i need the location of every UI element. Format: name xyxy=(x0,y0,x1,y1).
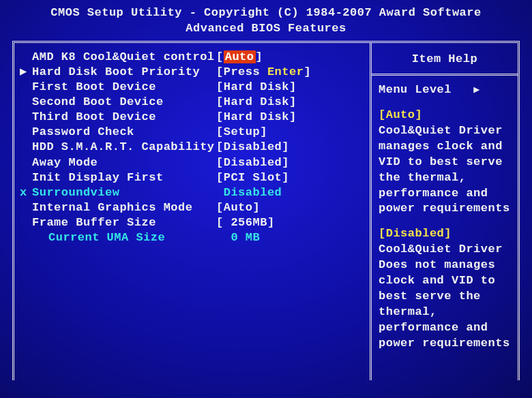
row-marker xyxy=(20,80,32,95)
setting-row: xSurroundview Disabled xyxy=(20,185,366,200)
value-text: Disabled xyxy=(224,140,282,153)
value-text: Disabled xyxy=(224,156,282,169)
main-frame: AMD K8 Cool&Quiet control[Auto]▶Hard Dis… xyxy=(12,41,520,380)
selected-value: Auto xyxy=(224,50,256,63)
value-text: Auto xyxy=(224,201,253,214)
setting-value: [Hard Disk] xyxy=(216,110,366,125)
row-marker xyxy=(20,110,32,125)
bracket: [ xyxy=(216,95,224,108)
setting-label: Current UMA Size xyxy=(32,230,216,245)
row-marker xyxy=(20,125,32,140)
title-line-1: CMOS Setup Utility - Copyright (C) 1984-… xyxy=(12,5,520,21)
title-line-2: Advanced BIOS Features xyxy=(12,21,520,37)
row-marker xyxy=(20,215,32,230)
setting-value: [PCI Slot] xyxy=(216,170,366,185)
bracket: ] xyxy=(282,140,289,153)
bracket: [ xyxy=(216,50,224,63)
bracket: ] xyxy=(289,80,297,93)
triangle-right-icon: ▶ xyxy=(20,65,32,80)
setting-value: [Press Enter] xyxy=(216,65,366,80)
setting-label: Away Mode xyxy=(32,155,216,170)
bracket: [ xyxy=(216,201,224,214)
help-auto: [Auto] Cool&Quiet Driver manages clock a… xyxy=(379,108,514,217)
setting-row[interactable]: Third Boot Device[Hard Disk] xyxy=(20,110,366,125)
bracket: [ xyxy=(216,80,224,93)
value-text: 0 MB xyxy=(231,231,260,244)
setting-label: Password Check xyxy=(32,125,216,140)
setting-row[interactable]: Away Mode[Disabled] xyxy=(20,155,366,170)
row-marker xyxy=(20,50,32,65)
bios-screen: CMOS Setup Utility - Copyright (C) 1984-… xyxy=(0,0,532,398)
titlebar: CMOS Setup Utility - Copyright (C) 1984-… xyxy=(12,3,520,41)
menu-level-row: Menu Level ▶ xyxy=(379,82,514,98)
help-pane: Item Help Menu Level ▶ [Auto] Cool&Quiet… xyxy=(372,43,518,380)
setting-row: Current UMA Size 0 MB xyxy=(20,230,366,245)
help-disabled: [Disabled] Cool&Quiet Driver Does not ma… xyxy=(379,226,514,352)
setting-value: [Auto] xyxy=(216,200,366,215)
setting-row[interactable]: Internal Graphics Mode[Auto] xyxy=(20,200,366,215)
value-text: Hard Disk xyxy=(224,80,289,93)
bracket: [ xyxy=(216,65,224,78)
setting-label: Init Display First xyxy=(32,170,216,185)
setting-row[interactable]: ▶Hard Disk Boot Priority[Press Enter] xyxy=(20,65,366,80)
setting-label: Third Boot Device xyxy=(32,110,216,125)
setting-value: [Hard Disk] xyxy=(216,80,366,95)
bracket: ] xyxy=(282,171,289,184)
setting-label: Surroundview xyxy=(32,185,216,200)
value-text-accent: Enter xyxy=(267,65,304,78)
value-text: 256MB xyxy=(224,216,267,229)
help-auto-body: Cool&Quiet Driver manages clock and VID … xyxy=(379,124,510,215)
help-disabled-head: [Disabled] xyxy=(379,227,452,240)
setting-value: Disabled xyxy=(216,185,366,200)
setting-row[interactable]: First Boot Device[Hard Disk] xyxy=(20,80,366,95)
setting-row[interactable]: Second Boot Device[Hard Disk] xyxy=(20,95,366,110)
setting-row[interactable]: Frame Buffer Size[ 256MB] xyxy=(20,215,366,230)
value-text: Hard Disk xyxy=(224,110,289,123)
setting-label: AMD K8 Cool&Quiet control xyxy=(32,50,216,65)
bracket: ] xyxy=(289,110,297,123)
bracket: [ xyxy=(216,110,224,123)
row-marker xyxy=(20,95,32,110)
setting-value: [Disabled] xyxy=(216,155,366,170)
bracket: ] xyxy=(282,156,289,169)
row-marker xyxy=(20,200,32,215)
help-disabled-body: Cool&Quiet Driver Does not manages clock… xyxy=(379,243,510,350)
bracket: ] xyxy=(253,201,261,214)
bracket: [ xyxy=(216,125,224,138)
help-auto-head: [Auto] xyxy=(379,108,422,121)
settings-pane: AMD K8 Cool&Quiet control[Auto]▶Hard Dis… xyxy=(14,43,372,380)
bracket xyxy=(216,186,224,199)
chevron-right-icon: ▶ xyxy=(473,85,480,96)
help-body: Menu Level ▶ [Auto] Cool&Quiet Driver ma… xyxy=(372,76,518,368)
bracket: [ xyxy=(216,171,224,184)
bracket: ] xyxy=(267,216,275,229)
menu-level-label: Menu Level xyxy=(379,83,452,96)
row-marker xyxy=(20,170,32,185)
setting-value: [Setup] xyxy=(216,125,366,140)
setting-label: Frame Buffer Size xyxy=(32,215,216,230)
setting-row[interactable]: HDD S.M.A.R.T. Capability[Disabled] xyxy=(20,140,366,155)
help-title: Item Help xyxy=(372,43,518,76)
setting-row[interactable]: Password Check[Setup] xyxy=(20,125,366,140)
setting-label: First Boot Device xyxy=(32,80,216,95)
setting-row[interactable]: AMD K8 Cool&Quiet control[Auto] xyxy=(20,50,366,65)
value-text: Disabled xyxy=(224,186,282,199)
setting-value: [Auto] xyxy=(216,50,366,65)
bracket: ] xyxy=(256,50,263,63)
setting-value: [Disabled] xyxy=(216,140,366,155)
bracket: ] xyxy=(304,65,311,78)
setting-label: Second Boot Device xyxy=(32,95,216,110)
setting-value: [ 256MB] xyxy=(216,215,366,230)
bracket: ] xyxy=(260,125,267,138)
value-text: Hard Disk xyxy=(224,95,289,108)
setting-label: Hard Disk Boot Priority xyxy=(32,65,216,80)
setting-value: 0 MB xyxy=(216,230,366,245)
value-text: Setup xyxy=(224,125,261,138)
setting-label: HDD S.M.A.R.T. Capability xyxy=(32,140,216,155)
setting-row[interactable]: Init Display First[PCI Slot] xyxy=(20,170,366,185)
setting-value: [Hard Disk] xyxy=(216,95,366,110)
bracket: [ xyxy=(216,216,224,229)
row-marker xyxy=(20,230,32,245)
value-text: Press xyxy=(224,65,267,78)
bracket: [ xyxy=(216,140,224,153)
